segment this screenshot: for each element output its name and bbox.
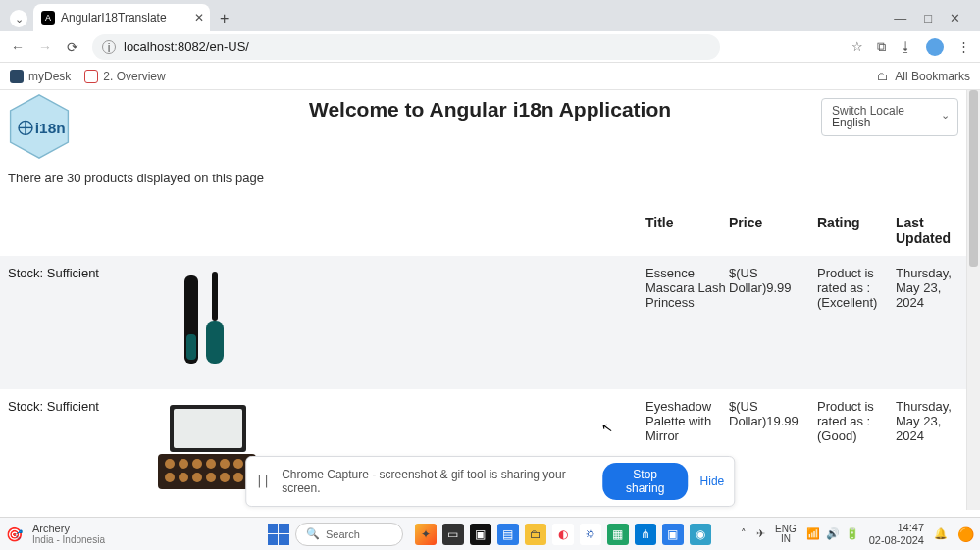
- table-row: Stock: Sufficient Essence Mascara Lash P…: [0, 256, 980, 389]
- cell-title: Essence Mascara Lash Princess: [645, 266, 729, 310]
- bookmark-overview[interactable]: 2. Overview: [84, 70, 165, 83]
- extensions-icon[interactable]: ⧉: [877, 39, 886, 55]
- svg-text:i18n: i18n: [35, 120, 66, 136]
- taskbar-app[interactable]: ▭: [442, 524, 464, 545]
- tab-favicon: A: [41, 11, 55, 25]
- col-last-updated: Last Updated: [896, 215, 959, 246]
- tab-dropdown[interactable]: ⌄: [10, 10, 27, 27]
- cursor-icon: ↖: [600, 419, 615, 436]
- logo-i18n: i18n: [5, 92, 74, 161]
- vertical-scrollbar[interactable]: [966, 90, 980, 510]
- all-bookmarks[interactable]: 🗀 All Bookmarks: [877, 70, 970, 83]
- lang-code: ENG: [775, 525, 797, 534]
- bookmark-mydesk[interactable]: myDesk: [10, 70, 71, 83]
- taskbar-profile[interactable]: Archery India - Indonesia: [28, 523, 105, 545]
- new-tab-button[interactable]: +: [210, 10, 238, 31]
- svg-point-21: [206, 473, 216, 482]
- pause-icon: ||: [256, 475, 270, 488]
- taskbar-app[interactable]: ⋔: [635, 524, 656, 545]
- bookmarks-bar: myDesk 2. Overview 🗀 All Bookmarks: [0, 63, 980, 90]
- search-icon: 🔍: [306, 527, 320, 540]
- close-window-icon[interactable]: ✕: [950, 11, 960, 25]
- bookmark-icon: [10, 70, 24, 83]
- cell-title: Eyeshadow Palette with Mirror: [645, 399, 729, 443]
- volume-icon: 🔊: [826, 527, 840, 540]
- battery-icon: 🔋: [846, 527, 859, 540]
- taskbar-app[interactable]: 🗀: [525, 524, 546, 545]
- taskbar-apps: ✦ ▭ ▣ ▤ 🗀 ◐ ⛭ ▦ ⋔ ▣ ◉: [415, 524, 711, 545]
- taskbar-profile-name: Archery: [32, 523, 105, 534]
- svg-point-19: [179, 473, 188, 482]
- kebab-menu-icon[interactable]: ⋮: [957, 39, 970, 54]
- stock-label: Stock: Sufficient: [8, 266, 99, 280]
- taskbar-profile-sub: India - Indonesia: [32, 534, 105, 545]
- url-field[interactable]: i localhost:8082/en-US/: [92, 34, 720, 60]
- locale-select[interactable]: Switch Locale English ⌄: [821, 98, 958, 136]
- taskbar-app[interactable]: ✦: [415, 524, 437, 545]
- reload-icon[interactable]: ⟳: [65, 39, 80, 55]
- star-icon[interactable]: ☆: [851, 39, 863, 54]
- lang-region: IN: [781, 534, 791, 544]
- taskbar-search[interactable]: 🔍 Search: [295, 523, 403, 546]
- chevron-down-icon: ⌄: [941, 109, 950, 122]
- start-button[interactable]: [268, 524, 289, 545]
- cell-price: $(US Dollar)19.99: [729, 399, 817, 428]
- svg-point-16: [220, 459, 230, 469]
- clock[interactable]: 14:47 02-08-2024: [869, 522, 924, 545]
- svg-point-12: [165, 459, 175, 469]
- maximize-icon[interactable]: □: [924, 11, 932, 25]
- taskbar-app[interactable]: ◉: [690, 524, 711, 545]
- product-thumb: [121, 266, 297, 374]
- site-info-icon[interactable]: i: [102, 40, 116, 54]
- taskbar-search-placeholder: Search: [326, 528, 360, 540]
- taskbar-app[interactable]: ⛭: [580, 524, 601, 545]
- notifications-icon[interactable]: 🔔: [934, 527, 948, 540]
- taskbar-app[interactable]: ▤: [497, 524, 519, 545]
- stock-label: Stock: Sufficient: [8, 399, 99, 414]
- location-icon[interactable]: ✈: [756, 527, 765, 540]
- tray-chevron-icon[interactable]: ˄: [741, 527, 747, 540]
- clock-date: 02-08-2024: [869, 534, 924, 546]
- profile-avatar[interactable]: [926, 38, 944, 56]
- svg-point-20: [192, 473, 202, 482]
- stop-sharing-button[interactable]: Stop sharing: [602, 463, 689, 500]
- svg-point-13: [179, 459, 188, 469]
- tab-title: AngularI18Translate: [61, 11, 167, 25]
- minimize-icon[interactable]: —: [894, 11, 906, 25]
- download-icon[interactable]: ⭳: [900, 39, 912, 54]
- system-tray[interactable]: 📶 🔊 🔋: [806, 527, 859, 540]
- hide-share-bar[interactable]: Hide: [700, 475, 725, 488]
- language-indicator[interactable]: ENG IN: [775, 525, 797, 544]
- address-bar: ← → ⟳ i localhost:8082/en-US/ ☆ ⧉ ⭳ ⋮: [0, 31, 980, 63]
- taskbar-app[interactable]: ▦: [607, 524, 629, 545]
- screen-share-bar: || Chrome Capture - screenshot & gif too…: [245, 456, 736, 507]
- scrollbar-thumb[interactable]: [969, 90, 978, 267]
- wifi-icon: 📶: [806, 527, 820, 540]
- taskbar-app[interactable]: ◐: [552, 524, 574, 545]
- folder-icon: 🗀: [877, 70, 889, 83]
- bookmark-icon: [84, 70, 98, 83]
- forward-icon[interactable]: →: [37, 39, 53, 55]
- clock-time: 14:47: [897, 522, 924, 533]
- close-tab-icon[interactable]: ✕: [194, 11, 204, 25]
- copilot-icon[interactable]: 🟠: [957, 526, 974, 542]
- svg-rect-7: [212, 272, 218, 321]
- browser-tab[interactable]: A AngularI18Translate ✕: [33, 4, 210, 31]
- cell-price: $(US Dollar)9.99: [729, 266, 817, 295]
- svg-point-23: [233, 473, 243, 482]
- col-price: Price: [729, 215, 817, 230]
- back-icon[interactable]: ←: [10, 39, 26, 55]
- svg-point-18: [165, 473, 175, 482]
- locale-select-value: English: [832, 116, 932, 129]
- share-text: Chrome Capture - screenshot & gif tool i…: [282, 468, 591, 495]
- taskbar-app[interactable]: ▣: [662, 524, 684, 545]
- url-text: localhost:8082/en-US/: [124, 39, 249, 54]
- archery-icon: 🎯: [6, 526, 23, 542]
- svg-point-15: [206, 459, 216, 469]
- browser-tab-strip: ⌄ A AngularI18Translate ✕ + — □ ✕: [0, 0, 980, 31]
- table-header: Title Price Rating Last Updated: [0, 207, 980, 256]
- svg-point-22: [220, 473, 230, 482]
- cell-updated: Thursday, May 23, 2024: [896, 399, 959, 443]
- svg-rect-6: [186, 334, 196, 360]
- taskbar-app[interactable]: ▣: [470, 524, 491, 545]
